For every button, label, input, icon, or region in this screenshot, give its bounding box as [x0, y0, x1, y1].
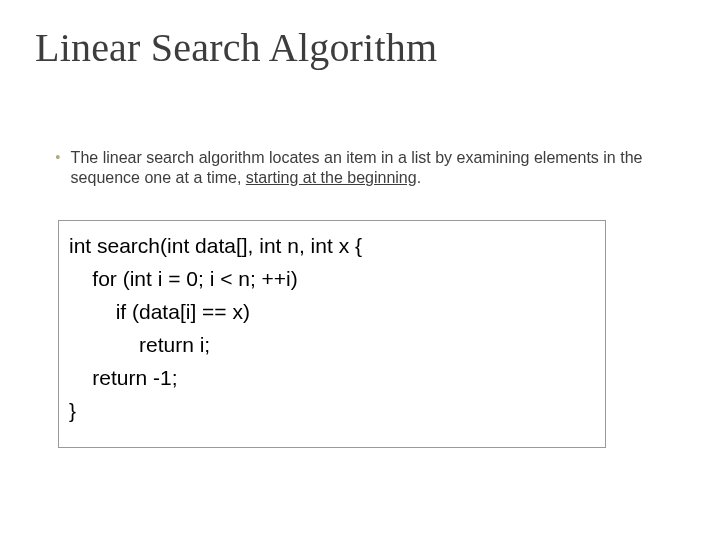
bullet-text-tail: . — [417, 169, 421, 186]
code-line-1: int search(int data[], int n, int x { — [69, 234, 362, 257]
code-line-2: for (int i = 0; i < n; ++i) — [69, 267, 298, 290]
code-box: int search(int data[], int n, int x { fo… — [58, 220, 606, 448]
bullet-row: • The linear search algorithm locates an… — [55, 148, 680, 188]
slide: Linear Search Algorithm • The linear sea… — [0, 0, 720, 540]
bullet-text-underlined: starting at the beginning — [246, 169, 417, 186]
code-line-5: return -1; — [69, 366, 178, 389]
code-line-6: } — [69, 399, 76, 422]
slide-title: Linear Search Algorithm — [35, 24, 437, 71]
code-block: int search(int data[], int n, int x { fo… — [69, 229, 595, 427]
code-line-3: if (data[i] == x) — [69, 300, 250, 323]
bullet-icon: • — [55, 149, 61, 167]
code-line-4: return i; — [69, 333, 210, 356]
bullet-text: The linear search algorithm locates an i… — [71, 148, 680, 188]
